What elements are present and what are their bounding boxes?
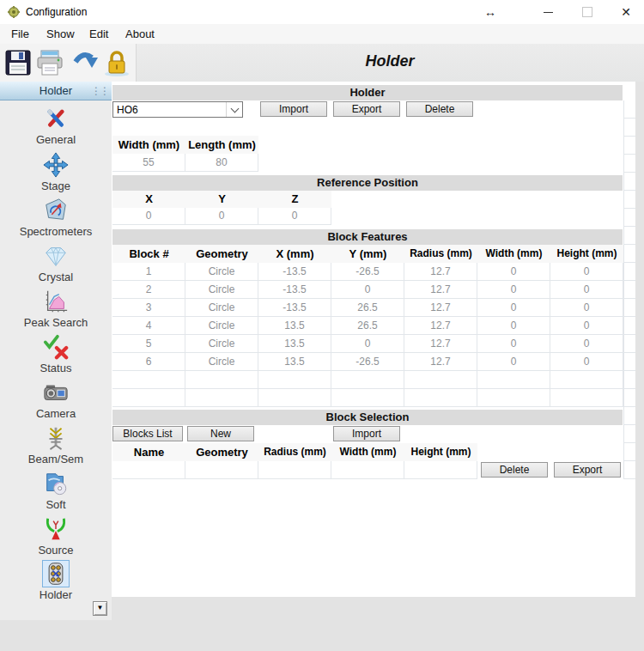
export-block-button[interactable]: Export [554,462,621,478]
table-cell[interactable] [404,461,477,479]
table-cell[interactable]: 6 [112,353,185,371]
table-cell[interactable]: 3 [112,299,185,317]
holder-length-cell[interactable]: 80 [185,154,258,172]
table-cell[interactable]: 0 [331,281,404,299]
table-cell[interactable]: -13.5 [258,281,331,299]
holder-select[interactable]: HO6 [112,101,243,118]
table-cell[interactable]: 12.7 [404,317,477,335]
table-cell[interactable]: -26.5 [331,353,404,371]
table-cell[interactable] [331,461,404,479]
save-icon[interactable] [3,48,33,77]
table-cell[interactable]: 12.7 [404,335,477,353]
table-cell[interactable]: Circle [185,281,258,299]
table-cell[interactable] [112,461,185,479]
table-cell[interactable]: 26.5 [331,299,404,317]
table-cell[interactable]: 0 [477,281,550,299]
import-holder-button[interactable]: Import [260,101,327,117]
table-cell[interactable]: 5 [112,335,185,353]
holder-width-cell[interactable]: 55 [112,154,185,172]
sidebar-item-soft[interactable]: Soft [0,470,112,511]
sidebar-header[interactable]: Holder ⋮⋮ [0,82,112,100]
table-cell[interactable]: 0 [477,353,550,371]
sidebar-scroll-down-button[interactable]: ▼ [93,601,107,616]
table-cell[interactable] [258,389,331,407]
resize-arrows-icon[interactable]: ↔ [476,0,505,24]
lock-icon[interactable] [102,48,131,77]
table-cell[interactable] [331,371,404,389]
table-cell[interactable]: 0 [550,281,623,299]
table-cell[interactable]: 4 [112,317,185,335]
maximize-button[interactable] [573,0,602,24]
table-cell[interactable]: 0 [550,299,623,317]
chevron-down-icon[interactable] [226,102,242,117]
table-cell[interactable]: 0 [477,335,550,353]
table-cell[interactable]: 13.5 [258,317,331,335]
export-holder-button[interactable]: Export [333,101,400,117]
table-cell[interactable]: Circle [185,353,258,371]
table-cell[interactable]: 0 [477,317,550,335]
table-cell[interactable]: 12.7 [404,353,477,371]
table-cell[interactable]: 2 [112,281,185,299]
sidebar-item-beam-sem[interactable]: Beam/Sem [0,424,112,465]
table-cell[interactable]: 0 [550,317,623,335]
table-cell[interactable]: Circle [185,299,258,317]
menu-edit[interactable]: Edit [89,27,108,40]
table-cell[interactable]: Circle [185,263,258,281]
table-cell[interactable]: 13.5 [258,353,331,371]
sidebar-item-spectrometers[interactable]: Spectrometers [0,197,112,238]
table-cell[interactable]: -13.5 [258,263,331,281]
table-cell[interactable]: 12.7 [404,299,477,317]
table-cell[interactable]: 12.7 [404,281,477,299]
sidebar-item-source[interactable]: Source [0,515,112,557]
table-cell[interactable]: 0 [477,299,550,317]
sidebar-item-crystal[interactable]: Crystal [0,242,112,283]
sidebar-item-general[interactable]: General [0,105,112,146]
menu-show[interactable]: Show [46,27,75,40]
table-cell[interactable] [550,389,623,407]
print-icon[interactable] [35,48,64,77]
sidebar-item-peak-search[interactable]: Peak Search [0,288,112,329]
table-cell[interactable] [112,371,185,389]
table-cell[interactable]: -13.5 [258,299,331,317]
sidebar-item-camera[interactable]: Camera [0,379,112,420]
table-cell[interactable] [258,461,331,479]
minimize-button[interactable] [533,0,562,24]
table-cell[interactable] [185,461,258,479]
ref-y-cell[interactable]: 0 [185,208,258,225]
table-cell[interactable]: 0 [477,263,550,281]
table-cell[interactable]: 0 [550,335,623,353]
table-cell[interactable]: Circle [185,335,258,353]
table-cell[interactable] [404,389,477,407]
table-cell[interactable] [185,371,258,389]
table-cell[interactable]: 1 [112,263,185,281]
delete-holder-button[interactable]: Delete [406,101,473,117]
table-cell[interactable]: -26.5 [331,263,404,281]
table-cell[interactable] [477,371,550,389]
ref-x-cell[interactable]: 0 [112,208,185,225]
redo-arrow-icon[interactable] [70,48,99,77]
menu-about[interactable]: About [125,27,155,40]
table-cell[interactable]: 26.5 [331,317,404,335]
sidebar-item-holder[interactable]: Holder [0,560,112,601]
sidebar-item-status[interactable]: Status [0,333,112,374]
import-block-button[interactable]: Import [333,426,400,441]
blocks-list-button[interactable]: Blocks List [112,426,183,441]
table-cell[interactable] [185,389,258,407]
new-block-button[interactable]: New [187,426,254,441]
table-cell[interactable] [550,371,623,389]
table-cell[interactable]: 0 [550,263,623,281]
table-cell[interactable] [477,389,550,407]
table-cell[interactable] [258,371,331,389]
table-cell[interactable] [404,371,477,389]
table-cell[interactable]: Circle [185,317,258,335]
delete-block-button[interactable]: Delete [481,462,548,478]
ref-z-cell[interactable]: 0 [258,208,331,225]
table-cell[interactable]: 13.5 [258,335,331,353]
table-cell[interactable]: 0 [331,335,404,353]
sidebar-item-stage[interactable]: Stage [0,151,112,192]
menu-file[interactable]: File [11,27,29,40]
close-button[interactable]: ✕ [611,0,641,24]
table-cell[interactable] [331,389,404,407]
table-cell[interactable]: 12.7 [404,263,477,281]
table-cell[interactable]: 0 [550,353,623,371]
